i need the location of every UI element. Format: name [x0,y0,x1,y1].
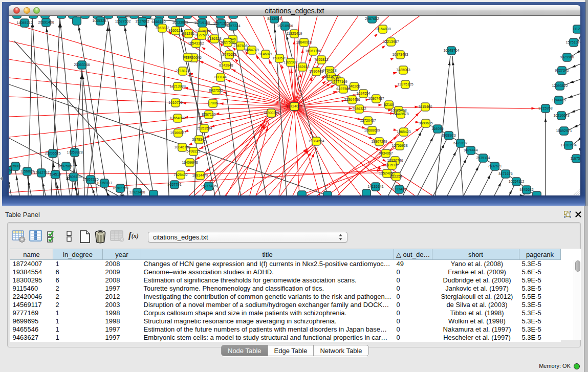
svg-text:8938923: 8938923 [442,134,455,137]
svg-text:6479197: 6479197 [453,141,467,145]
svg-text:1156829: 1156829 [20,169,34,173]
svg-text:10807487: 10807487 [368,97,384,100]
svg-text:15300255: 15300255 [263,111,279,115]
svg-text:19166827: 19166827 [170,131,186,135]
svg-text:17010504: 17010504 [560,143,576,147]
svg-text:17359928: 17359928 [67,150,82,154]
svg-text:16210643: 16210643 [553,114,569,117]
svg-text:1244415: 1244415 [552,98,565,102]
svg-text:9657791: 9657791 [167,183,181,186]
svg-text:16409948: 16409948 [182,161,198,164]
svg-text:18807249: 18807249 [371,140,387,143]
svg-text:8427552: 8427552 [209,89,223,92]
svg-text:30975857: 30975857 [58,164,74,168]
svg-text:7632621: 7632621 [488,164,502,168]
svg-text:15751074: 15751074 [565,40,580,44]
svg-text:11123: 11123 [573,27,580,31]
svg-text:15353594: 15353594 [196,126,212,130]
svg-text:15720407: 15720407 [360,119,376,122]
svg-text:12213987: 12213987 [383,40,399,43]
svg-text:114519: 114519 [50,172,61,176]
svg-text:16543362: 16543362 [188,41,204,45]
svg-text:891295: 891295 [182,32,194,35]
svg-text:6466160: 6466160 [151,20,165,24]
svg-text:7625402: 7625402 [173,173,187,177]
svg-text:18724007: 18724007 [286,104,302,108]
svg-text:8242848: 8242848 [219,63,233,67]
svg-text:2087652: 2087652 [365,17,379,20]
svg-text:10688609: 10688609 [364,128,380,132]
svg-text:8454749: 8454749 [245,48,258,52]
svg-text:14055712: 14055712 [16,21,32,25]
svg-text:19218506: 19218506 [277,24,293,28]
svg-text:10654982: 10654982 [169,116,185,120]
svg-text:9329966: 9329966 [560,55,574,59]
svg-text:8813054: 8813054 [267,17,281,20]
svg-text:13449578: 13449578 [393,112,408,116]
svg-text:16961758: 16961758 [305,49,321,53]
svg-text:17957225: 17957225 [82,178,98,181]
svg-text:435001: 435001 [9,164,21,168]
svg-text:8215958: 8215958 [538,106,552,110]
svg-text:10025438: 10025438 [390,108,406,112]
svg-text:9474444: 9474444 [464,148,477,152]
svg-text:13975125: 13975125 [397,82,413,86]
svg-text:12093822: 12093822 [552,84,568,87]
svg-text:8186328: 8186328 [207,37,221,40]
svg-text:10654112: 10654112 [509,180,525,183]
svg-text:1733426: 1733426 [392,187,406,191]
svg-text:1527602: 1527602 [135,19,149,23]
svg-text:9699695: 9699695 [419,121,432,125]
svg-text:10973493: 10973493 [392,53,408,56]
svg-text:10719155: 10719155 [194,21,210,25]
svg-text:7357224: 7357224 [226,24,240,28]
svg-text:9034067: 9034067 [379,151,393,155]
svg-text:10756928: 10756928 [391,144,407,147]
svg-text:20053346: 20053346 [74,63,90,67]
svg-text:15692971: 15692971 [556,129,572,133]
svg-text:1965423: 1965423 [397,130,410,134]
svg-text:9227342: 9227342 [555,69,569,72]
svg-text:3675685: 3675685 [222,53,236,56]
svg-text:1362615: 1362615 [295,65,309,69]
svg-text:9127509: 9127509 [194,33,208,37]
svg-text:9146821: 9146821 [258,52,272,56]
svg-text:252254: 252254 [390,174,402,178]
svg-text:7955812: 7955812 [314,58,328,61]
svg-text:803144: 803144 [214,75,226,79]
svg-text:5498222: 5498222 [186,149,200,153]
svg-text:39154: 39154 [9,168,12,172]
svg-text:9245682: 9245682 [519,188,533,191]
svg-text:8267130: 8267130 [202,113,215,116]
svg-text:17006: 17006 [208,101,218,105]
svg-text:8660124: 8660124 [168,29,182,32]
svg-text:16120746: 16120746 [387,159,403,162]
svg-text:10958117: 10958117 [97,181,113,185]
svg-text:7485063: 7485063 [396,68,410,72]
svg-text:18640910: 18640910 [296,40,312,44]
svg-text:9115460: 9115460 [419,105,432,108]
svg-text:16914479: 16914479 [192,173,208,177]
svg-text:1615132: 1615132 [385,163,399,167]
svg-text:62160: 62160 [384,103,394,106]
svg-text:164095: 164095 [431,127,443,130]
svg-text:12505135: 12505135 [66,175,81,179]
svg-text:1624554: 1624554 [356,92,370,95]
svg-text:98901: 98901 [183,55,193,59]
svg-text:9327508: 9327508 [221,40,234,44]
svg-text:15716485: 15716485 [201,184,216,188]
svg-text:20691406: 20691406 [38,20,54,24]
svg-text:14136141: 14136141 [367,185,383,188]
svg-text:1588520: 1588520 [272,56,286,60]
svg-text:9734028: 9734028 [322,69,336,72]
svg-text:11527602: 11527602 [115,19,131,23]
svg-text:10653287: 10653287 [92,19,108,23]
svg-text:8471676: 8471676 [498,172,512,176]
svg-text:16648764: 16648764 [443,49,459,52]
svg-text:6497568: 6497568 [336,87,350,91]
svg-text:11325419: 11325419 [287,32,302,35]
svg-text:2935114: 2935114 [476,156,490,160]
svg-text:116753: 116753 [571,157,580,160]
svg-text:9777169: 9777169 [333,80,347,83]
svg-text:7663822: 7663822 [155,26,169,30]
